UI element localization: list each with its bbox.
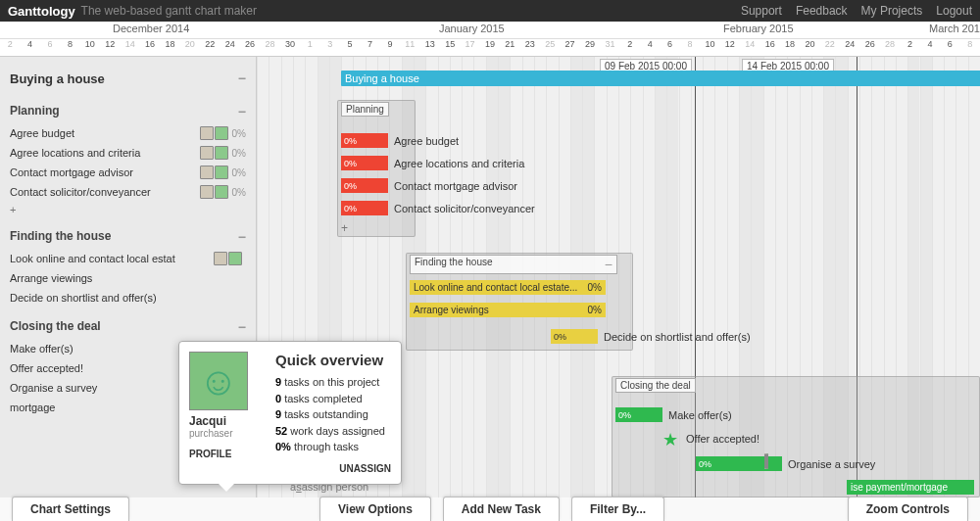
- nav-support[interactable]: Support: [741, 4, 782, 18]
- month-label: December 2014: [113, 23, 189, 34]
- collapse-icon[interactable]: −: [238, 104, 246, 119]
- view-options-button[interactable]: View Options: [319, 497, 431, 521]
- day-label: 26: [859, 39, 879, 56]
- day-label: 4: [640, 39, 660, 56]
- day-label: 19: [480, 39, 500, 56]
- day-label: 12: [720, 39, 740, 56]
- nav-my-projects[interactable]: My Projects: [861, 4, 923, 18]
- collapse-icon[interactable]: −: [605, 257, 612, 272]
- task-bar[interactable]: 0%Contact mortgage advisor: [341, 178, 517, 193]
- day-label: 23: [520, 39, 540, 56]
- group-planning-label[interactable]: Planning: [341, 102, 389, 117]
- day-label: 22: [820, 39, 840, 56]
- day-label: 28: [880, 39, 900, 56]
- chart-settings-button[interactable]: Chart Settings: [12, 497, 129, 521]
- day-label: 15: [440, 39, 460, 56]
- day-label: 18: [160, 39, 179, 56]
- day-label: 29: [580, 39, 600, 56]
- sidebar-task[interactable]: Look online and contact local estat: [10, 249, 246, 268]
- group-finding-label[interactable]: Finding the house−: [410, 255, 617, 274]
- task-bar[interactable]: Look online and contact local estate...0…: [410, 280, 606, 295]
- sidebar-task[interactable]: Decide on shortlist and offer(s): [10, 288, 246, 308]
- topbar: Ganttology The web-based gantt chart mak…: [0, 0, 980, 22]
- avatar-icon: [228, 252, 242, 265]
- day-label: 16: [140, 39, 160, 56]
- filter-by-button[interactable]: Filter By...: [571, 497, 664, 521]
- task-bar[interactable]: 0%Agree budget: [341, 133, 459, 148]
- day-label: 8: [60, 39, 79, 56]
- day-label: 22: [200, 39, 220, 56]
- task-bar[interactable]: 0%Contact solicitor/conveyancer: [341, 201, 535, 215]
- day-label: 6: [40, 39, 60, 56]
- avatar-icon: [215, 166, 228, 179]
- sidebar-task[interactable]: Agree locations and criteria0%: [10, 143, 246, 163]
- sidebar-section-header[interactable]: Closing the deal−: [10, 315, 246, 339]
- sidebar-task[interactable]: Contact mortgage advisor0%: [10, 163, 246, 182]
- unassign-link[interactable]: UNASSIGN: [275, 463, 391, 474]
- group-closing-label[interactable]: Closing the deal: [615, 378, 696, 393]
- collapse-icon[interactable]: −: [238, 71, 246, 86]
- avatar-icon: [215, 146, 228, 160]
- day-label: 30: [280, 39, 300, 56]
- project-bar[interactable]: Buying a house: [341, 71, 980, 86]
- avatar-large: [189, 352, 248, 410]
- sidebar-task[interactable]: Agree budget0%: [10, 123, 246, 143]
- day-label: 6: [940, 39, 959, 56]
- day-row: 2468101214161820222426283013579111315171…: [0, 39, 980, 57]
- project-title-label: Buying a house: [10, 71, 105, 86]
- task-bar[interactable]: 0%Decide on shortlist and offer(s): [551, 329, 751, 344]
- task-bar[interactable]: Arrange viewings0%: [410, 303, 606, 317]
- sidebar-section-header[interactable]: Finding the house−: [10, 225, 246, 249]
- day-label: 28: [260, 39, 279, 56]
- nav-feedback[interactable]: Feedback: [796, 4, 848, 18]
- profile-link[interactable]: PROFILE: [189, 449, 266, 459]
- day-label: 27: [560, 39, 579, 56]
- day-label: 14: [740, 39, 760, 56]
- day-label: 1: [300, 39, 319, 56]
- day-label: 4: [20, 39, 39, 56]
- month-label: February 2015: [723, 23, 794, 34]
- day-label: 12: [100, 39, 120, 56]
- month-label: January 2015: [439, 23, 505, 34]
- sidebar-task[interactable]: Arrange viewings: [10, 268, 246, 288]
- milestone-label: Offer accepted!: [686, 433, 760, 445]
- day-label: 24: [220, 39, 239, 56]
- day-label: 25: [540, 39, 560, 56]
- month-label: March 201: [929, 23, 980, 34]
- day-label: 11: [400, 39, 419, 56]
- task-bar[interactable]: 0%Make offer(s): [615, 407, 732, 422]
- day-label: 2: [620, 39, 640, 56]
- day-label: 9: [380, 39, 400, 56]
- day-label: 4: [920, 39, 940, 56]
- day-label: 10: [700, 39, 719, 56]
- bottom-toolbar: Chart Settings View Options Add New Task…: [0, 496, 980, 521]
- zoom-controls-button[interactable]: Zoom Controls: [848, 497, 968, 521]
- add-task-icon[interactable]: +: [10, 202, 246, 217]
- avatar-icon: [764, 454, 768, 468]
- person-role: purchaser: [189, 428, 266, 439]
- add-new-task-button[interactable]: Add New Task: [443, 497, 560, 521]
- day-label: 24: [840, 39, 859, 56]
- day-label: 2: [900, 39, 919, 56]
- collapse-icon[interactable]: −: [238, 319, 246, 335]
- avatar-icon: [215, 185, 228, 199]
- sidebar-section-header[interactable]: Planning−: [10, 100, 246, 123]
- day-label: 13: [420, 39, 440, 56]
- day-label: 8: [960, 39, 980, 56]
- day-label: 7: [360, 39, 379, 56]
- task-bar[interactable]: ise payment/mortgage: [847, 480, 974, 495]
- day-label: 10: [80, 39, 100, 56]
- add-task-icon[interactable]: +: [341, 221, 348, 235]
- milestone-icon[interactable]: ★: [662, 429, 678, 450]
- avatar-icon: [200, 185, 214, 199]
- task-bar[interactable]: 0%Agree locations and criteria: [341, 156, 524, 170]
- avatar-icon: [214, 252, 227, 265]
- person-name: Jacqui: [189, 414, 266, 428]
- project-title[interactable]: Buying a house −: [10, 67, 246, 92]
- sidebar-task[interactable]: Contact solicitor/conveyancer0%: [10, 182, 246, 202]
- task-bar[interactable]: 0%Organise a survey: [696, 456, 875, 471]
- nav-logout[interactable]: Logout: [936, 4, 972, 18]
- person-popup: Jacqui purchaser PROFILE Quick overview …: [178, 341, 402, 485]
- day-label: 26: [240, 39, 260, 56]
- collapse-icon[interactable]: −: [238, 229, 246, 245]
